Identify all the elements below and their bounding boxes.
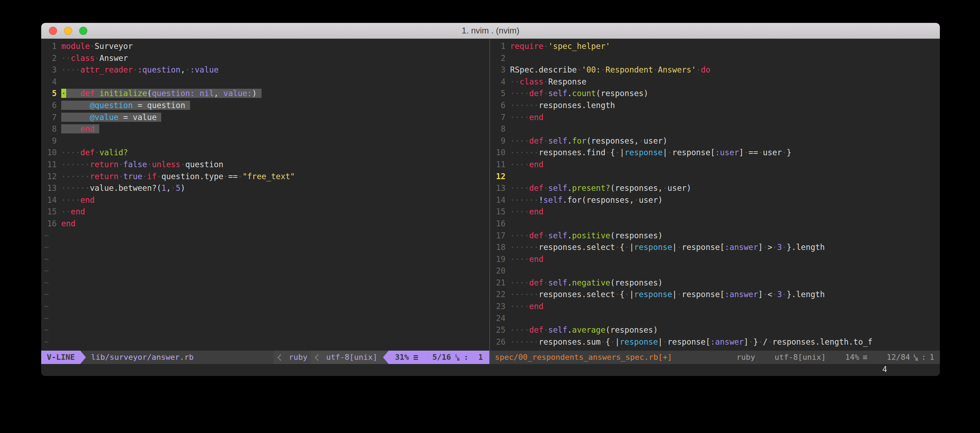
filetype-label: ruby [737, 351, 755, 364]
code-text: ····def·self.negative(responses) [510, 278, 663, 287]
line-number: 5 [41, 88, 57, 100]
code-token: ···· [510, 136, 529, 145]
code-token: Answers' [658, 65, 696, 74]
colon-separator: : [921, 351, 926, 364]
code-token: . [568, 325, 573, 334]
code-line[interactable]: 15··end [41, 206, 489, 218]
code-token: ···· [510, 255, 529, 264]
code-line[interactable]: 2··class·Answer [41, 53, 489, 64]
close-button[interactable] [49, 27, 57, 35]
code-token: @value [90, 113, 118, 122]
code-token: user [763, 148, 782, 157]
code-text: ······responses.select·{·|response|·resp… [510, 242, 825, 252]
code-line[interactable]: 15····end [490, 206, 940, 218]
code-lines-right[interactable]: 1require·'spec_helper'23RSpec.describe·'… [490, 39, 940, 351]
window-titlebar[interactable]: 1. nvim . (nvim) [41, 23, 940, 39]
code-line[interactable]: 25····def·self.average(responses) [490, 324, 940, 336]
code-token: (responses) [605, 325, 658, 334]
code-lines-left[interactable]: 1module·Surveyor2··class·Answer3····attr… [41, 39, 489, 351]
code-line[interactable]: 4··class·Response [490, 76, 940, 88]
code-token: }.length [787, 290, 825, 299]
line-number: 18 [490, 242, 506, 253]
code-text: ······responses.length [510, 101, 615, 110]
statusline-right[interactable]: spec/00_respondents_answers_spec.rb[+] r… [490, 351, 940, 364]
code-line[interactable]: 10····def·valid? [41, 147, 489, 159]
code-token: response [634, 290, 672, 299]
code-line[interactable]: 3RSpec.describe·'00:·Respondent·Answers'… [490, 64, 940, 76]
code-token: } [753, 337, 758, 346]
chevron-left-icon [278, 354, 284, 360]
code-token: ···· [61, 124, 80, 134]
code-token: ······ [510, 195, 539, 205]
code-line[interactable]: 20 [490, 265, 940, 277]
code-line[interactable]: 21····def·self.negative(responses) [490, 277, 940, 289]
code-line[interactable]: 7······@value·=·value [41, 111, 489, 124]
colon-separator: : [464, 351, 469, 364]
code-line[interactable]: 4 [41, 76, 489, 88]
minimize-button[interactable] [64, 27, 72, 35]
code-line[interactable]: 16 [490, 218, 940, 230]
code-line[interactable]: 22······responses.select·{·|response|·re… [490, 289, 940, 301]
code-line[interactable]: 16end [41, 218, 489, 230]
code-token: present? [572, 183, 610, 193]
zoom-button[interactable] [79, 27, 87, 35]
code-line[interactable]: 1module·Surveyor [41, 40, 489, 53]
code-line[interactable]: 13······value.between?(1,·5) [41, 182, 489, 194]
code-token: · [147, 160, 152, 169]
code-line[interactable]: 10······responses.find·{·|response|·resp… [490, 147, 940, 159]
code-line[interactable]: 11····end [490, 159, 940, 171]
code-line[interactable]: 9····def·self.for(responses,·user) [490, 135, 940, 147]
code-token: false [123, 160, 147, 169]
code-token: response[ [672, 148, 715, 157]
code-token: = [123, 113, 128, 122]
cursor-position: 12/84 [887, 351, 910, 364]
code-line[interactable]: 24 [490, 313, 940, 325]
code-line[interactable]: 19····end [490, 253, 940, 266]
line-number: 9 [41, 135, 57, 147]
code-token: :answer [725, 290, 758, 299]
code-line[interactable]: 6······@question·=·question [41, 100, 489, 111]
code-line[interactable]: 9 [41, 135, 489, 147]
code-token: ] [739, 148, 744, 157]
code-token: self [548, 325, 567, 334]
code-line[interactable]: 14····end [41, 194, 489, 206]
code-line[interactable]: 1require·'spec_helper' [490, 40, 940, 53]
code-line[interactable]: 3····attr_reader·:question,·:value [41, 64, 489, 76]
code-line[interactable]: 12 [490, 171, 940, 183]
code-token: valid? [99, 148, 128, 157]
code-token: 'spec_helper' [548, 41, 610, 51]
code-token: ] [758, 290, 763, 299]
code-token: return [90, 160, 118, 169]
code-text: ··class·Answer [61, 54, 128, 63]
code-token: · [696, 65, 701, 74]
code-token: · [615, 242, 620, 252]
code-line[interactable]: 14······!self.for(responses,·user) [490, 194, 940, 206]
code-line[interactable]: 26······responses.sum·{·|response|·respo… [490, 336, 940, 348]
code-line[interactable]: 6······responses.length [490, 100, 940, 111]
code-line[interactable]: 7····end [490, 111, 940, 124]
code-line[interactable]: 5····def·initialize(question:·nil,·value… [41, 88, 489, 100]
cursor-column: 1 [930, 351, 934, 364]
code-token: self [548, 89, 567, 98]
code-line[interactable]: 8····end [41, 123, 489, 135]
code-token: 1 [161, 183, 166, 193]
code-line[interactable]: 18······responses.select·{·|response|·re… [490, 242, 940, 253]
code-token: . [568, 231, 573, 240]
cursor-column: 1 [478, 351, 483, 364]
code-line[interactable]: 2 [490, 53, 940, 64]
code-line[interactable]: 12······return·true·if·question.type·==·… [41, 171, 489, 183]
line-number: 13 [41, 182, 57, 194]
statusline-left[interactable]: V-LINE lib/surveyor/answer.rb ruby utf-8… [41, 351, 489, 364]
selection-pad [157, 111, 162, 124]
code-line[interactable]: 5····def·self.count(responses) [490, 88, 940, 100]
lines-icon: ≡ [413, 351, 418, 364]
code-line[interactable]: 11······return·false·unless·question [41, 159, 489, 171]
code-token: class [71, 54, 95, 63]
code-line[interactable]: 13····def·self.present?(responses,·user) [490, 182, 940, 194]
code-token: count [572, 89, 596, 98]
code-line[interactable]: 17····def·self.positive(responses) [490, 230, 940, 242]
code-line[interactable]: 8 [490, 123, 940, 135]
code-token: ······ [510, 148, 539, 157]
code-token: Answer [99, 54, 128, 63]
code-line[interactable]: 23····end [490, 301, 940, 313]
